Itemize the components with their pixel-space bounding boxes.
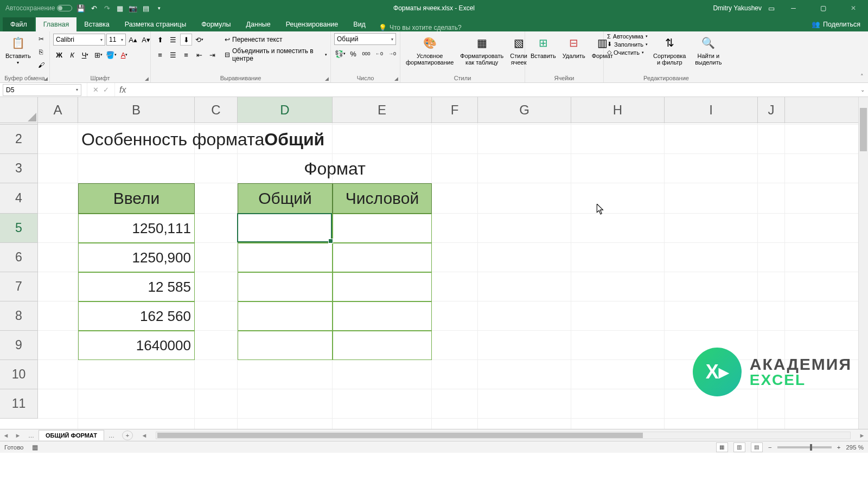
hscroll-left[interactable]: ◄ bbox=[138, 432, 150, 439]
macro-record-icon[interactable]: ▦ bbox=[32, 444, 38, 451]
title-cell[interactable]: Особенность формата Общий bbox=[78, 125, 195, 154]
row-header-2[interactable]: 2 bbox=[0, 125, 37, 154]
tab-view[interactable]: Вид bbox=[346, 17, 373, 31]
header-e[interactable]: Числовой bbox=[333, 183, 432, 214]
row-header-8[interactable]: 8 bbox=[0, 301, 37, 331]
ribbon-options-icon[interactable]: ▭ bbox=[767, 4, 776, 12]
col-header-D[interactable]: D bbox=[238, 97, 333, 123]
zoom-slider[interactable] bbox=[777, 446, 832, 448]
name-box[interactable]: D5▾ bbox=[3, 84, 81, 96]
paste-button[interactable]: 📋 Вставить▾ bbox=[3, 33, 33, 66]
autosave-toggle[interactable]: Автосохранение bbox=[5, 4, 72, 12]
tell-me-search[interactable]: 💡Что вы хотите сделать? bbox=[373, 24, 467, 31]
view-page-layout-button[interactable]: ▥ bbox=[733, 442, 745, 452]
cell-B7[interactable]: 12 585 bbox=[78, 272, 195, 301]
col-header-B[interactable]: B bbox=[78, 97, 195, 123]
row-header-4[interactable]: 4 bbox=[0, 183, 37, 214]
col-header-J[interactable]: J bbox=[758, 97, 785, 123]
row-header-6[interactable]: 6 bbox=[0, 243, 37, 272]
cell-E8[interactable] bbox=[333, 301, 432, 331]
close-button[interactable]: ✕ bbox=[841, 0, 865, 16]
header-d[interactable]: Общий bbox=[238, 183, 333, 214]
fx-icon[interactable]: fx bbox=[115, 85, 130, 95]
row-header-7[interactable]: 7 bbox=[0, 272, 37, 301]
qat-more-icon[interactable]: ▾ bbox=[155, 4, 163, 12]
alignment-launcher[interactable]: ◢ bbox=[325, 76, 329, 81]
share-button[interactable]: 👥Поделиться bbox=[804, 17, 868, 31]
row-header-10[interactable]: 10 bbox=[0, 360, 37, 389]
expand-formula-icon[interactable]: ⌄ bbox=[857, 87, 868, 93]
column-headers[interactable]: ABCDEFGHIJ bbox=[38, 97, 868, 123]
currency-icon[interactable]: 💱▾ bbox=[334, 48, 346, 60]
number-launcher[interactable]: ◢ bbox=[394, 76, 398, 81]
cancel-formula-icon[interactable]: ✕ bbox=[93, 86, 99, 94]
hscroll-right[interactable]: ► bbox=[856, 432, 868, 439]
underline-button[interactable]: Ч▾ bbox=[79, 49, 91, 61]
cell-E9[interactable] bbox=[333, 331, 432, 360]
maximize-button[interactable]: ▢ bbox=[811, 0, 835, 16]
header-b[interactable]: Ввели bbox=[78, 183, 195, 214]
user-name[interactable]: Dmitry Yakushev bbox=[713, 4, 762, 12]
tab-review[interactable]: Рецензирование bbox=[278, 17, 346, 31]
save-icon[interactable]: 💾 bbox=[76, 4, 85, 12]
sheet-nav-next[interactable]: ► bbox=[12, 432, 24, 439]
sort-filter-button[interactable]: ⇅Сортировка и фильтр bbox=[650, 33, 690, 67]
minimize-button[interactable]: ─ bbox=[781, 0, 806, 16]
undo-icon[interactable]: ↶ bbox=[90, 4, 98, 12]
cell-D6[interactable] bbox=[238, 243, 333, 272]
qat-icon-3[interactable]: ▤ bbox=[142, 4, 150, 12]
row-header-11[interactable]: 11 bbox=[0, 389, 37, 419]
align-middle-icon[interactable]: ☰ bbox=[167, 34, 179, 46]
enter-formula-icon[interactable]: ✓ bbox=[103, 86, 109, 94]
comma-icon[interactable]: 000 bbox=[360, 48, 372, 60]
clipboard-launcher[interactable]: ◢ bbox=[44, 76, 48, 81]
fill-button[interactable]: ⬇Заполнить▾ bbox=[607, 41, 648, 48]
font-size-combo[interactable]: 11▾ bbox=[106, 34, 126, 46]
col-header-A[interactable]: A bbox=[38, 97, 78, 123]
font-launcher[interactable]: ◢ bbox=[145, 76, 149, 81]
col-header-I[interactable]: I bbox=[665, 97, 758, 123]
col-header-F[interactable]: F bbox=[432, 97, 478, 123]
cell-B9[interactable]: 1640000 bbox=[78, 331, 195, 360]
bold-button[interactable]: Ж bbox=[53, 49, 65, 61]
cell-D9[interactable] bbox=[238, 331, 333, 360]
cell-E5[interactable] bbox=[333, 214, 432, 243]
select-all-corner[interactable] bbox=[0, 97, 38, 123]
sheet-nav-prev[interactable]: ◄ bbox=[0, 432, 12, 439]
view-normal-button[interactable]: ▦ bbox=[716, 442, 728, 452]
tab-data[interactable]: Данные bbox=[239, 17, 278, 31]
align-left-icon[interactable]: ≡ bbox=[154, 49, 166, 61]
cell-E6[interactable] bbox=[333, 243, 432, 272]
formula-input[interactable] bbox=[130, 84, 857, 96]
copy-icon[interactable]: ⎘ bbox=[35, 46, 47, 58]
format-as-table-button[interactable]: ▦Форматировать как таблицу bbox=[458, 33, 506, 67]
tab-home[interactable]: Главная bbox=[36, 17, 77, 31]
delete-cells-button[interactable]: ⊟Удалить bbox=[560, 33, 588, 60]
col-header-C[interactable]: C bbox=[195, 97, 238, 123]
add-sheet-button[interactable]: + bbox=[122, 431, 133, 440]
cut-icon[interactable]: ✂ bbox=[35, 33, 47, 45]
grid[interactable]: ABCDEFGHIJ 234567891011 Особенность форм… bbox=[0, 97, 868, 429]
sheet-tab-active[interactable]: ОБЩИЙ ФОРМАТ bbox=[39, 430, 104, 440]
decrease-indent-icon[interactable]: ⇤ bbox=[193, 49, 205, 61]
col-header-G[interactable]: G bbox=[478, 97, 571, 123]
vertical-scrollbar[interactable] bbox=[858, 97, 868, 429]
cell-B8[interactable]: 162 560 bbox=[78, 301, 195, 331]
horizontal-scrollbar[interactable] bbox=[156, 432, 851, 439]
row-header-3[interactable]: 3 bbox=[0, 154, 37, 183]
decrease-font-icon[interactable]: A▾ bbox=[140, 34, 152, 46]
cell-E7[interactable] bbox=[333, 272, 432, 301]
fill-color-button[interactable]: 🪣▾ bbox=[105, 49, 117, 61]
align-top-icon[interactable]: ⬆ bbox=[154, 34, 166, 46]
increase-indent-icon[interactable]: ⇥ bbox=[206, 49, 218, 61]
qat-icon-1[interactable]: ▦ bbox=[116, 4, 124, 12]
find-select-button[interactable]: 🔍Найти и выделить bbox=[692, 33, 725, 67]
cell-D7[interactable] bbox=[238, 272, 333, 301]
align-right-icon[interactable]: ≡ bbox=[180, 49, 192, 61]
format-painter-icon[interactable]: 🖌 bbox=[35, 59, 47, 71]
zoom-in-button[interactable]: + bbox=[837, 444, 841, 451]
align-center-icon[interactable]: ☰ bbox=[167, 49, 179, 61]
tab-insert[interactable]: Вставка bbox=[76, 17, 117, 31]
row-header-9[interactable]: 9 bbox=[0, 331, 37, 360]
cell-D8[interactable] bbox=[238, 301, 333, 331]
